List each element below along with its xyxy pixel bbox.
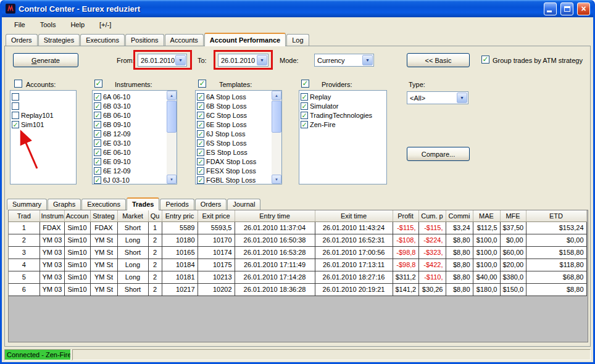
list-item-tradingtechnologies[interactable]: ✓TradingTechnologies [301, 110, 386, 120]
tab-strategies[interactable]: Strategies [38, 34, 80, 46]
menu-item-file[interactable]: File [7, 19, 33, 31]
checkbox-icon[interactable]: ✓ [94, 130, 101, 138]
checkbox-icon[interactable]: ✓ [94, 121, 101, 128]
checkbox-icon[interactable]: ✓ [197, 93, 204, 101]
checkbox-icon[interactable]: ✓ [94, 149, 101, 156]
type-combo[interactable]: <All> ▼ [407, 91, 468, 104]
subtab-trades[interactable]: Trades [127, 197, 159, 210]
checkbox-icon[interactable]: ✓ [94, 102, 101, 110]
scrollbar-thumb[interactable] [167, 101, 177, 133]
column-header-mfe[interactable]: MFE [500, 210, 526, 221]
checkbox-icon[interactable]: ✓ [197, 121, 204, 128]
tab-orders[interactable]: Orders [6, 34, 38, 46]
column-header-profit[interactable]: Profit [393, 210, 418, 221]
tab-accounts[interactable]: Accounts [165, 34, 204, 46]
maximize-button[interactable] [560, 2, 573, 15]
tab-executions[interactable]: Executions [80, 34, 125, 46]
column-header-etd[interactable]: ETD [526, 210, 586, 221]
checkbox-icon[interactable]: ✓ [197, 102, 204, 110]
list-item-6e-06-10[interactable]: ✓6E 06-10 [94, 147, 167, 157]
checkbox-icon[interactable] [12, 102, 19, 110]
checkbox-icon[interactable]: ✓ [94, 112, 101, 119]
list-item[interactable] [12, 92, 76, 101]
scroll-down-icon[interactable]: ▼ [167, 175, 177, 184]
mode-combo[interactable]: Currency ▼ [314, 54, 374, 67]
close-button[interactable]: × [577, 2, 590, 15]
list-item-fgbl-stop-loss[interactable]: ✓FGBL Stop Loss [197, 175, 272, 184]
scrollbar-track[interactable] [272, 100, 281, 175]
checkbox-icon[interactable]: ✓ [301, 112, 308, 119]
group-trades-checkbox[interactable]: ✓ [481, 56, 489, 64]
scroll-down-icon[interactable]: ▼ [272, 175, 281, 184]
templates-scrollbar[interactable]: ▲ ▼ [272, 91, 281, 184]
checkbox-icon[interactable] [12, 112, 19, 119]
list-item-6b-stop-loss[interactable]: ✓6B Stop Loss [197, 101, 272, 110]
list-item-6b-03-10[interactable]: ✓6B 03-10 [94, 101, 167, 110]
checkbox-icon[interactable]: ✓ [94, 139, 101, 147]
list-item-fesx-stop-loss[interactable]: ✓FESX Stop Loss [197, 166, 272, 175]
list-item-6c-stop-loss[interactable]: ✓6C Stop Loss [197, 110, 272, 120]
tab-account-performance[interactable]: Account Performance [204, 33, 286, 46]
column-header-entry-pric[interactable]: Entry pric [162, 210, 198, 221]
checkbox-icon[interactable]: ✓ [197, 176, 204, 184]
list-item-6a-stop-loss[interactable]: ✓6A Stop Loss [197, 92, 272, 101]
table-row[interactable]: 4YM 03Sim10YM StLong2101841017526.01.201… [9, 259, 586, 271]
subtab-orders[interactable]: Orders [195, 199, 227, 210]
column-header-commi[interactable]: Commi [446, 210, 473, 221]
instruments-filter-checkbox[interactable]: ✓ [94, 80, 102, 88]
subtab-summary[interactable]: Summary [7, 199, 47, 210]
list-item-es-stop-loss[interactable]: ✓ES Stop Loss [197, 147, 272, 157]
list-item-simulator[interactable]: ✓Simulator [301, 101, 386, 110]
table-row[interactable]: 6YM 03Sim10YM StShort2102171020226.01.20… [9, 283, 586, 296]
column-header-exit-price[interactable]: Exit price [198, 210, 235, 221]
checkbox-icon[interactable]: ✓ [301, 102, 308, 110]
list-item-zen-fire[interactable]: ✓Zen-Fire [301, 120, 386, 129]
checkbox-icon[interactable]: ✓ [94, 176, 101, 184]
table-row[interactable]: 2YM 03Sim10YM StLong2101801017026.01.201… [9, 234, 586, 246]
instruments-scrollbar[interactable]: ▲ ▼ [167, 91, 177, 184]
templates-filter-checkbox[interactable]: ✓ [198, 80, 206, 88]
minimize-button[interactable] [544, 2, 557, 15]
checkbox-icon[interactable]: ✓ [301, 93, 308, 101]
column-header-trad[interactable]: Trad [9, 210, 40, 221]
subtab-executions[interactable]: Executions [81, 199, 126, 210]
menu-item-plus-minus[interactable]: [+/-] [92, 19, 119, 31]
providers-filter-checkbox[interactable]: ✓ [301, 80, 309, 88]
checkbox-icon[interactable]: ✓ [94, 158, 101, 165]
checkbox-icon[interactable]: ✓ [94, 167, 101, 175]
checkbox-icon[interactable]: ✓ [12, 121, 19, 128]
list-item[interactable] [12, 101, 76, 110]
scroll-up-icon[interactable]: ▲ [272, 91, 281, 100]
scrollbar-thumb[interactable] [272, 101, 281, 133]
table-row[interactable]: 3YM 03Sim10YM StShort2101651017426.01.20… [9, 246, 586, 259]
checkbox-icon[interactable]: ✓ [197, 112, 204, 119]
checkbox-icon[interactable]: ✓ [94, 93, 101, 101]
column-header-accoun[interactable]: Accoun [64, 210, 90, 221]
dropdown-arrow-icon[interactable]: ▼ [362, 55, 373, 65]
subtab-periods[interactable]: Periods [160, 199, 194, 210]
scrollbar-track[interactable] [167, 100, 177, 175]
scroll-up-icon[interactable]: ▲ [167, 91, 177, 100]
generate-button[interactable]: Generate [13, 53, 78, 67]
column-header-strateg[interactable]: Strateg [90, 210, 117, 221]
templates-list[interactable]: ✓6A Stop Loss✓6B Stop Loss✓6C Stop Loss✓… [195, 90, 282, 184]
column-header-exit-time[interactable]: Exit time [315, 210, 393, 221]
column-header-market[interactable]: Market [117, 210, 148, 221]
app-icon[interactable] [6, 4, 15, 14]
list-item-6j-stop-loss[interactable]: ✓6J Stop Loss [197, 129, 272, 138]
checkbox-icon[interactable]: ✓ [197, 139, 204, 147]
checkbox-icon[interactable]: ✓ [301, 121, 308, 128]
column-header-instrum[interactable]: Instrum [40, 210, 64, 221]
subtab-graphs[interactable]: Graphs [48, 199, 81, 210]
table-row[interactable]: 5YM 03Sim10YM StLong2101811021326.01.201… [9, 271, 586, 283]
checkbox-icon[interactable]: ✓ [197, 149, 204, 156]
tab-log[interactable]: Log [286, 34, 309, 46]
dropdown-arrow-icon[interactable]: ▼ [457, 93, 467, 103]
list-item-6a-06-10[interactable]: ✓6A 06-10 [94, 92, 167, 101]
titlebar[interactable]: Control Center - Eurex reduziert × [2, 0, 593, 17]
tab-positions[interactable]: Positions [125, 34, 164, 46]
list-item-6s-stop-loss[interactable]: ✓6S Stop Loss [197, 138, 272, 147]
menu-item-help[interactable]: Help [63, 19, 92, 31]
column-header-entry-time[interactable]: Entry time [235, 210, 315, 221]
subtab-journal[interactable]: Journal [227, 199, 260, 210]
